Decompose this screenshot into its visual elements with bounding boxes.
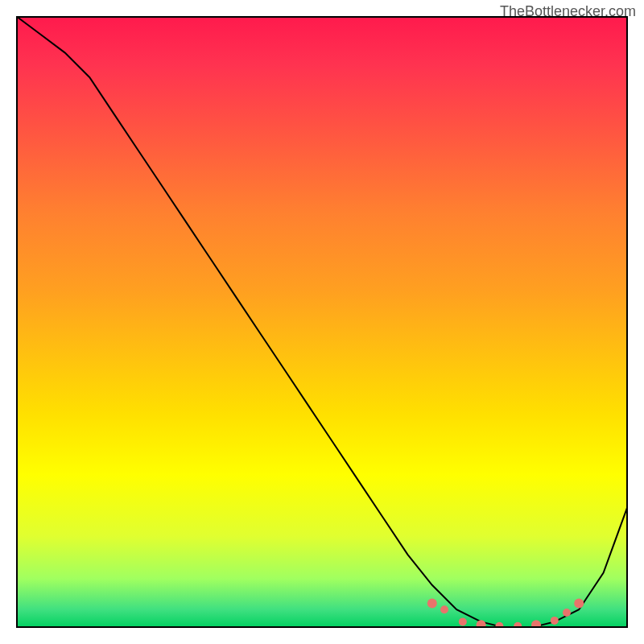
marker-point: [427, 599, 437, 609]
marker-point: [531, 620, 541, 628]
watermark-text: TheBottlenecker.com: [500, 3, 636, 20]
marker-point: [551, 617, 559, 625]
marker-point: [440, 605, 448, 613]
marker-point: [514, 622, 522, 628]
chart-container: [16, 16, 628, 628]
chart-svg: [16, 16, 628, 628]
marker-point: [563, 609, 571, 617]
bottleneck-curve: [16, 16, 628, 628]
marker-point: [459, 617, 467, 625]
marker-point: [574, 599, 584, 609]
marker-point: [477, 620, 486, 628]
marker-point: [495, 622, 503, 628]
